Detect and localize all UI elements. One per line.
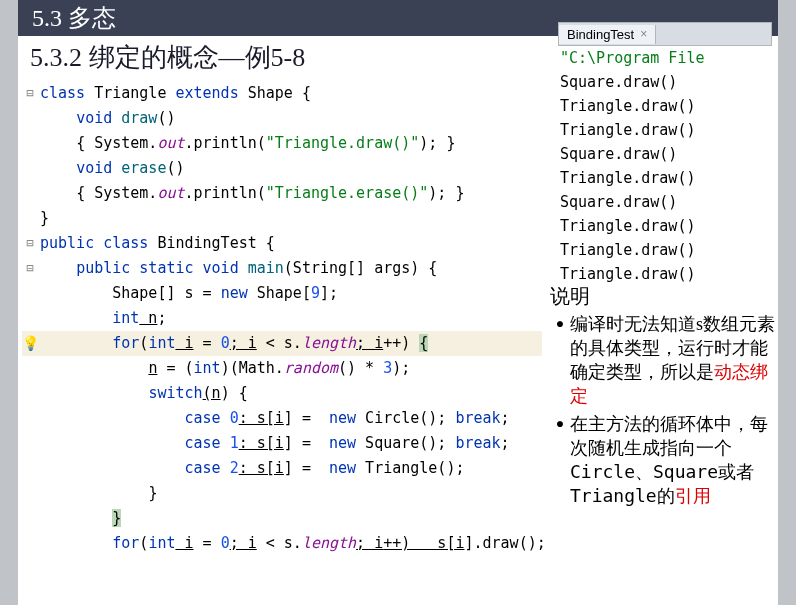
tab-label: BindingTest: [567, 27, 634, 42]
console-tab-bar: BindingTest ×: [558, 22, 772, 46]
console-line: Square.draw(): [560, 142, 772, 166]
console-line: Square.draw(): [560, 70, 772, 94]
console-path: "C:\Program File: [560, 46, 772, 70]
console-line: Triangle.draw(): [560, 214, 772, 238]
console-tab[interactable]: BindingTest ×: [559, 25, 656, 44]
fold-icon[interactable]: ⊟: [22, 256, 38, 281]
bullet-icon: ●: [550, 312, 570, 408]
console-line: Triangle.draw(): [560, 238, 772, 262]
explain-title: 说明: [550, 284, 776, 308]
console-line: Square.draw(): [560, 190, 772, 214]
bullet-1: ● 编译时无法知道s数组元素的具体类型，运行时才能确定类型，所以是动态绑定: [550, 312, 776, 408]
close-icon[interactable]: ×: [640, 27, 647, 41]
fold-icon[interactable]: ⊟: [22, 231, 38, 256]
code-block: ⊟class Triangle extends Shape { void dra…: [18, 81, 542, 556]
fold-icon[interactable]: ⊟: [22, 81, 38, 106]
console-output: "C:\Program File Square.draw() Triangle.…: [560, 46, 772, 286]
console-line: Triangle.draw(): [560, 118, 772, 142]
bullet-2: ● 在主方法的循环体中，每次随机生成指向一个Circle、Square或者Tri…: [550, 412, 776, 508]
console-line: Triangle.draw(): [560, 262, 772, 286]
console-line: Triangle.draw(): [560, 166, 772, 190]
bulb-icon[interactable]: 💡: [22, 331, 38, 356]
explanation: 说明 ● 编译时无法知道s数组元素的具体类型，运行时才能确定类型，所以是动态绑定…: [550, 284, 776, 512]
console-line: Triangle.draw(): [560, 94, 772, 118]
bullet-icon: ●: [550, 412, 570, 508]
